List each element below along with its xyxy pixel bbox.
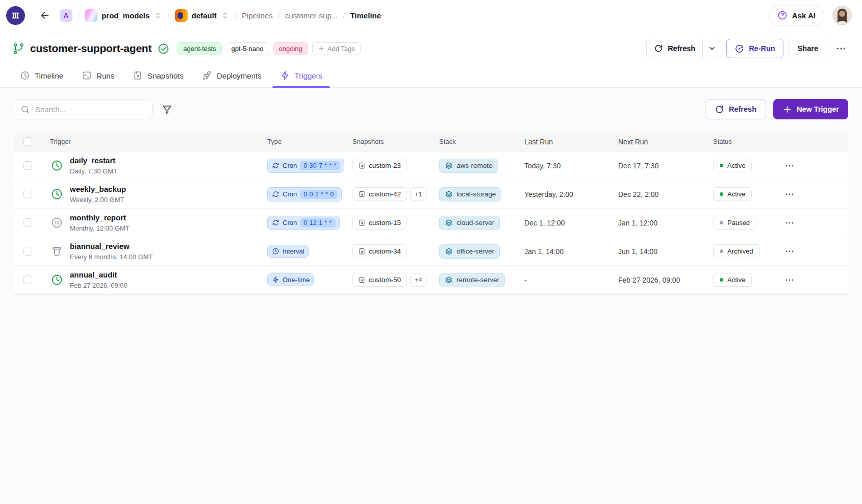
header-checkbox-cell <box>14 137 50 146</box>
row-actions-button[interactable] <box>784 218 795 228</box>
stack-label: local-storage <box>457 190 496 198</box>
row-checkbox[interactable] <box>23 275 32 284</box>
snapshot-extra-count[interactable]: +4 <box>410 273 427 287</box>
zenml-logo[interactable] <box>6 6 25 25</box>
clock-icon <box>50 188 63 201</box>
status-badge: Paused <box>713 216 756 230</box>
stack-label: aws-remote <box>457 162 493 169</box>
clock-icon <box>20 70 30 81</box>
tab-snapshots[interactable]: Snapshots <box>125 64 191 87</box>
page-header: customer-support-agent agent-testsgpt-5-… <box>0 31 862 88</box>
new-trigger-button[interactable]: New Trigger <box>773 99 848 119</box>
layers-icon <box>445 190 453 198</box>
breadcrumb: A/prod_models/default/Pipelines/customer… <box>60 9 381 22</box>
share-button[interactable]: Share <box>789 39 827 58</box>
breadcrumb-item-4[interactable]: Timeline <box>350 11 381 20</box>
selector-toggle[interactable] <box>221 11 230 20</box>
more-options-button[interactable] <box>832 43 850 54</box>
refresh-caret-button[interactable] <box>702 39 721 58</box>
status-dot <box>720 249 723 253</box>
tab-timeline[interactable]: Timeline <box>12 64 71 87</box>
tag-agent-tests[interactable]: agent-tests <box>178 42 221 55</box>
snapshot-pill[interactable]: custom-23 <box>352 159 407 172</box>
row-actions-button[interactable] <box>784 189 795 199</box>
column-header-trigger: Trigger <box>50 138 267 145</box>
tab-deployments[interactable]: Deployments <box>194 64 269 87</box>
trigger-cell[interactable]: monthly_report Monthly, 12:00 GMT <box>50 213 267 232</box>
trigger-cell[interactable]: biannual_review Every 6 months, 14:00 GM… <box>50 242 267 261</box>
toolbar-right: Refresh New Trigger <box>705 99 848 119</box>
filter-button[interactable] <box>162 104 172 115</box>
trigger-cell[interactable]: daily_restart Daily, 7:30 GMT <box>50 156 267 175</box>
funnel-icon <box>162 104 172 115</box>
type-label: Cron <box>283 162 297 169</box>
breadcrumb-item-2[interactable]: Pipelines <box>242 11 273 20</box>
table-row: daily_restart Daily, 7:30 GMT Cron0 30 7… <box>14 152 848 180</box>
type-label: Cron <box>283 219 297 226</box>
status-cell: Active <box>713 187 771 201</box>
status-badge: Archived <box>713 244 760 258</box>
status-label: Active <box>727 276 745 284</box>
trigger-name: weekly_backup <box>70 185 126 194</box>
table-refresh-button[interactable]: Refresh <box>705 99 766 119</box>
type-label: One-time <box>283 276 310 284</box>
status-dot <box>720 221 723 224</box>
user-avatar[interactable] <box>832 6 852 25</box>
snapshot-extra-count[interactable]: +1 <box>410 187 427 201</box>
ellipsis-icon <box>835 43 847 54</box>
lightning-tab-icon <box>280 70 290 81</box>
row-checkbox[interactable] <box>23 161 32 170</box>
add-tags-button[interactable]: Add Tags <box>312 42 361 55</box>
selector-toggle[interactable] <box>154 11 162 20</box>
breadcrumb-item-0[interactable]: prod_models <box>85 9 162 22</box>
stack-pill[interactable]: cloud-server <box>439 216 500 230</box>
row-checkbox[interactable] <box>23 247 32 256</box>
ask-ai-button[interactable]: Ask AI <box>769 6 824 26</box>
trigger-schedule: Weekly, 2:00 GMT <box>70 196 126 204</box>
table-row: monthly_report Monthly, 12:00 GMT Cron0 … <box>14 209 848 237</box>
tag-label: gpt-5-nano <box>232 45 264 53</box>
search-input[interactable] <box>35 105 146 114</box>
stack-pill[interactable]: office-server <box>439 244 500 259</box>
stack-pill[interactable]: local-storage <box>439 187 501 201</box>
tag-gpt-5-nano[interactable]: gpt-5-nano <box>226 42 269 55</box>
row-checkbox[interactable] <box>23 218 32 227</box>
trigger-cell[interactable]: annual_audit Feb 27 2026, 09:00 <box>50 270 267 289</box>
snapshot-label: custom-34 <box>369 247 401 255</box>
trigger-schedule: Daily, 7:30 GMT <box>70 167 117 175</box>
rerun-button[interactable]: Re-Run <box>726 39 783 58</box>
tag-ongoing[interactable]: ongoing <box>273 42 308 55</box>
layers-icon <box>445 276 453 284</box>
clock-icon <box>272 247 280 255</box>
tab-triggers[interactable]: Triggers <box>272 64 330 87</box>
stack-cell: local-storage <box>439 187 524 201</box>
tab-runs[interactable]: Runs <box>74 64 122 87</box>
breadcrumb-separator: / <box>78 11 80 20</box>
snapshot-pill[interactable]: custom-42 <box>352 187 407 201</box>
rocket-tab-icon <box>202 70 212 81</box>
row-actions-button[interactable] <box>784 246 795 257</box>
stack-pill[interactable]: remote-server <box>439 273 505 287</box>
stack-pill[interactable]: aws-remote <box>439 159 498 173</box>
layers-icon <box>445 162 453 170</box>
breadcrumb-item-3[interactable]: customer-sup... <box>285 11 338 20</box>
row-actions-button[interactable] <box>784 275 795 285</box>
status-dot <box>720 192 723 196</box>
org-badge[interactable]: A <box>60 9 72 22</box>
back-button[interactable] <box>39 10 50 21</box>
stack-cell: cloud-server <box>439 216 524 230</box>
breadcrumb-item-1[interactable]: default <box>175 9 230 22</box>
snapshot-pill[interactable]: custom-15 <box>352 216 407 230</box>
select-all-checkbox[interactable] <box>23 137 32 146</box>
layers-icon <box>445 190 453 198</box>
snapshot-pill[interactable]: custom-34 <box>352 244 407 258</box>
clock-icon <box>50 188 63 200</box>
arrow-left-icon <box>39 10 50 21</box>
trigger-cell[interactable]: weekly_backup Weekly, 2:00 GMT <box>50 185 267 204</box>
refresh-button[interactable]: Refresh <box>647 39 702 58</box>
clock-icon <box>272 247 280 255</box>
snapshot-pill[interactable]: custom-50 <box>352 273 407 287</box>
cycle-icon <box>272 190 280 198</box>
row-checkbox[interactable] <box>23 190 32 198</box>
row-actions-button[interactable] <box>784 161 795 171</box>
